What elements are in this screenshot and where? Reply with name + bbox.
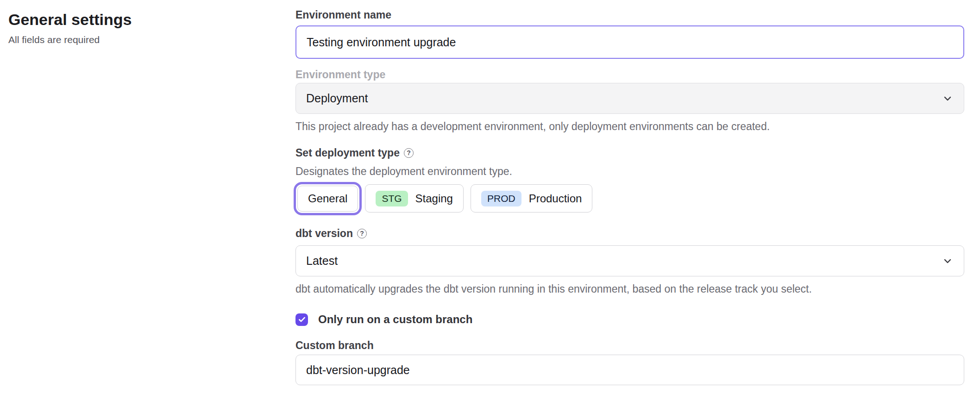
- custom-branch-toggle-row: Only run on a custom branch: [295, 313, 964, 326]
- custom-branch-label: Custom branch: [295, 339, 964, 352]
- deployment-type-label: Set deployment type ?: [295, 146, 964, 159]
- page-subtitle: All fields are required: [8, 34, 295, 45]
- environment-name-value: Testing environment upgrade: [307, 36, 456, 49]
- deployment-type-general-button[interactable]: General: [297, 186, 358, 212]
- custom-branch-value: dbt-version-upgrade: [306, 363, 410, 377]
- general-settings-page: General settings All fields are required…: [0, 0, 980, 400]
- environment-name-label: Environment name: [295, 8, 964, 21]
- settings-form: Environment name Testing environment upg…: [295, 0, 980, 400]
- environment-type-select[interactable]: Deployment: [295, 83, 964, 114]
- environment-type-value: Deployment: [306, 92, 368, 105]
- chevron-down-icon: [942, 94, 953, 104]
- dbt-version-label-text: dbt version: [295, 227, 353, 240]
- deployment-type-help-icon[interactable]: ?: [404, 148, 414, 158]
- settings-header: General settings All fields are required: [0, 0, 295, 400]
- environment-name-input[interactable]: Testing environment upgrade: [295, 25, 964, 59]
- custom-branch-checkbox[interactable]: [295, 313, 308, 326]
- dbt-version-help: dbt automatically upgrades the dbt versi…: [295, 282, 964, 295]
- production-badge: PROD: [481, 191, 521, 206]
- staging-label: Staging: [415, 192, 453, 205]
- custom-branch-toggle-label: Only run on a custom branch: [318, 313, 472, 326]
- deployment-type-options: General STG Staging PROD Production: [295, 184, 964, 212]
- deployment-type-production-button[interactable]: PROD Production: [471, 184, 592, 212]
- staging-badge: STG: [376, 191, 408, 206]
- deployment-type-staging-button[interactable]: STG Staging: [365, 184, 464, 212]
- general-label: General: [308, 192, 347, 205]
- environment-type-label: Environment type: [295, 68, 964, 81]
- deployment-type-description: Designates the deployment environment ty…: [295, 165, 964, 178]
- custom-branch-input[interactable]: dbt-version-upgrade: [295, 355, 964, 385]
- environment-type-help: This project already has a development e…: [295, 120, 964, 133]
- page-title: General settings: [8, 9, 295, 30]
- dbt-version-help-icon[interactable]: ?: [357, 229, 367, 238]
- dbt-version-value: Latest: [306, 254, 338, 268]
- deployment-type-label-text: Set deployment type: [295, 146, 400, 159]
- dbt-version-label: dbt version ?: [295, 227, 964, 240]
- chevron-down-icon: [942, 256, 953, 266]
- dbt-version-select[interactable]: Latest: [295, 245, 964, 276]
- production-label: Production: [529, 192, 582, 205]
